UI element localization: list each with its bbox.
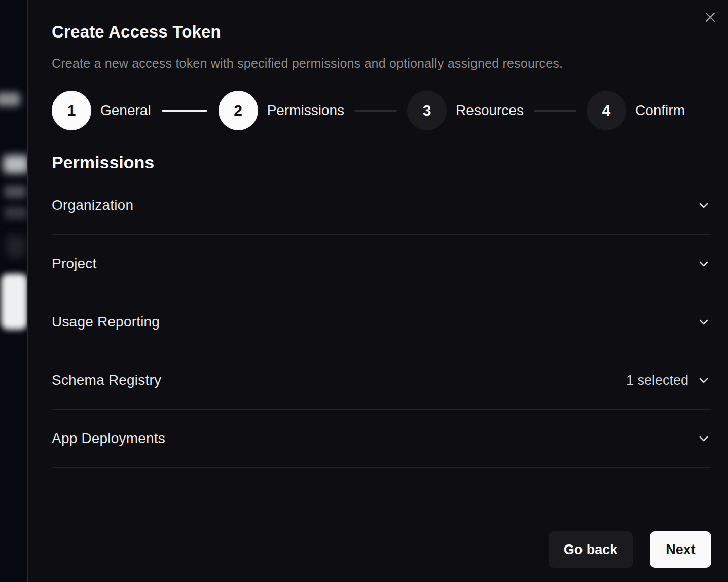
modal-footer: Go back Next (549, 531, 711, 568)
background-blur-item (1, 274, 27, 330)
next-button[interactable]: Next (650, 531, 711, 568)
permission-group-label: Project (52, 256, 97, 272)
step-number-badge: 4 (587, 91, 626, 130)
background-blur-item (0, 92, 20, 106)
selected-count: 1 selected (626, 373, 688, 388)
chevron-down-icon (696, 198, 711, 213)
permission-group-organization[interactable]: Organization (52, 176, 711, 235)
step-connector (354, 110, 397, 112)
chevron-down-icon (696, 256, 711, 271)
step-resources: 3 Resources (407, 91, 524, 130)
go-back-button[interactable]: Go back (549, 531, 633, 568)
step-number-badge: 2 (219, 91, 258, 130)
step-connector (162, 110, 207, 112)
permissions-heading: Permissions (52, 153, 711, 172)
background-blur-item (4, 186, 26, 198)
wizard-stepper: 1 General 2 Permissions 3 Resources 4 Co… (52, 91, 711, 130)
create-access-token-modal: Create Access Token Create a new access … (27, 0, 728, 582)
close-button[interactable] (702, 9, 719, 26)
step-label: General (100, 102, 151, 119)
chevron-down-icon (696, 431, 711, 446)
step-connector (534, 110, 576, 112)
chevron-down-icon (696, 314, 711, 330)
modal-title: Create Access Token (52, 22, 711, 42)
step-general: 1 General (52, 91, 151, 130)
permission-group-label: App Deployments (52, 430, 165, 447)
permission-group-label: Schema Registry (52, 372, 161, 388)
modal-subtitle: Create a new access token with specified… (52, 56, 711, 71)
step-label: Confirm (635, 102, 685, 119)
chevron-down-icon (696, 373, 711, 388)
permission-group-project[interactable]: Project (52, 235, 711, 293)
step-permissions: 2 Permissions (219, 91, 344, 130)
step-label: Resources (456, 102, 524, 119)
step-number-badge: 1 (52, 91, 91, 130)
background-blur-item (4, 207, 27, 219)
permission-group-label: Organization (52, 197, 133, 213)
background-blur-item (6, 235, 25, 258)
step-number-badge: 3 (407, 91, 447, 130)
close-icon (703, 10, 717, 26)
permission-group-app-deployments[interactable]: App Deployments (52, 410, 711, 468)
permission-groups-list: Organization Project Usage Reporting (52, 176, 711, 468)
permission-group-label: Usage Reporting (52, 314, 160, 330)
step-label: Permissions (267, 102, 344, 119)
step-confirm: 4 Confirm (587, 91, 685, 130)
permission-group-usage-reporting[interactable]: Usage Reporting (52, 293, 711, 351)
permission-group-schema-registry[interactable]: Schema Registry 1 selected (52, 351, 711, 410)
background-blur-item (3, 155, 27, 173)
background-page-strip (0, 0, 27, 582)
